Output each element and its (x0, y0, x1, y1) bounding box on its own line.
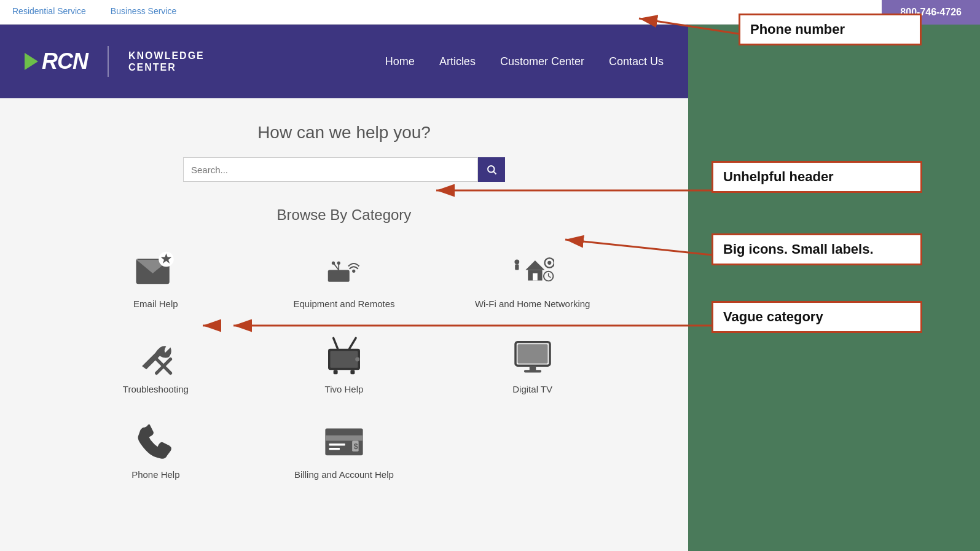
billing-account-icon: $ (319, 419, 369, 462)
category-tivo-help[interactable]: Tivo Help (256, 334, 433, 394)
business-service-link[interactable]: Business Service (98, 0, 189, 25)
svg-line-27 (334, 338, 338, 348)
category-grid: Email Help (68, 248, 621, 480)
phone-number-button[interactable]: 800-746-4726 (882, 0, 980, 25)
top-bar: Residential Service Business Service 800… (0, 0, 980, 25)
svg-point-16 (514, 259, 519, 264)
svg-rect-26 (330, 351, 358, 368)
category-billing-account[interactable]: $ Billing and Account Help (256, 419, 433, 480)
wifi-networking-label: Wi-Fi and Home Networking (475, 299, 590, 309)
category-email-help[interactable]: Email Help (68, 248, 244, 309)
page-wrapper: RCN KNOWLEDGE CENTER Home Articles Custo… (0, 25, 980, 551)
svg-line-1 (493, 171, 496, 174)
svg-rect-38 (329, 443, 345, 445)
svg-line-22 (548, 276, 551, 277)
nav-home[interactable]: Home (385, 55, 415, 68)
search-icon (486, 164, 497, 175)
main-content: RCN KNOWLEDGE CENTER Home Articles Custo… (0, 25, 688, 551)
category-phone-help[interactable]: Phone Help (68, 419, 244, 480)
logo-divider (108, 46, 109, 77)
category-equipment-remotes[interactable]: Equipment and Remotes (256, 248, 433, 309)
residential-service-link[interactable]: Residential Service (0, 0, 98, 25)
nav-articles[interactable]: Articles (439, 55, 476, 68)
svg-point-31 (355, 357, 359, 361)
main-nav: RCN KNOWLEDGE CENTER Home Articles Custo… (0, 25, 688, 98)
troubleshooting-icon (131, 334, 180, 377)
category-troubleshooting[interactable]: Troubleshooting (68, 334, 244, 394)
tivo-help-label: Tivo Help (325, 384, 364, 394)
phone-help-icon (131, 419, 180, 462)
digital-tv-label: Digital TV (512, 384, 552, 394)
svg-rect-17 (515, 264, 519, 270)
logo-subtitle: KNOWLEDGE CENTER (128, 50, 205, 73)
nav-customer-center[interactable]: Customer Center (500, 55, 584, 68)
svg-text:$: $ (354, 442, 358, 450)
phone-help-label: Phone Help (131, 469, 179, 480)
svg-marker-13 (525, 260, 544, 270)
svg-rect-29 (334, 370, 338, 374)
svg-point-0 (488, 166, 495, 173)
browse-by-category-heading: Browse By Category (12, 206, 676, 224)
right-panel (688, 25, 980, 551)
svg-rect-33 (517, 344, 547, 364)
svg-rect-30 (350, 370, 355, 374)
equipment-remotes-label: Equipment and Remotes (293, 299, 394, 309)
top-bar-nav: Residential Service Business Service (0, 0, 189, 25)
svg-rect-37 (325, 435, 363, 440)
search-input[interactable] (183, 157, 478, 182)
svg-rect-15 (533, 273, 538, 280)
digital-tv-icon (508, 334, 557, 377)
troubleshooting-label: Troubleshooting (123, 384, 189, 394)
hero-title: How can we help you? (12, 123, 676, 143)
svg-point-12 (352, 269, 355, 272)
logo-area: RCN KNOWLEDGE CENTER (25, 46, 205, 77)
svg-rect-35 (524, 370, 541, 372)
svg-rect-7 (328, 270, 350, 281)
svg-line-28 (350, 338, 356, 348)
category-wifi-networking[interactable]: Wi-Fi and Home Networking (444, 248, 621, 309)
search-bar (12, 157, 676, 182)
main-nav-links: Home Articles Customer Center Contact Us (385, 55, 664, 68)
category-digital-tv[interactable]: Digital TV (444, 334, 621, 394)
svg-rect-39 (329, 447, 340, 450)
email-help-icon (131, 248, 180, 291)
billing-account-label: Billing and Account Help (294, 469, 394, 480)
tivo-help-icon (319, 334, 369, 377)
svg-point-19 (547, 260, 551, 264)
rcn-logo[interactable]: RCN (25, 49, 88, 74)
email-help-label: Email Help (133, 299, 178, 309)
content-area: How can we help you? Browse By Category (0, 98, 688, 551)
nav-contact-us[interactable]: Contact Us (609, 55, 664, 68)
chevron-icon (25, 53, 38, 70)
wifi-networking-icon (508, 248, 557, 291)
equipment-remotes-icon (319, 248, 369, 291)
brand-name: RCN (42, 49, 88, 74)
search-button[interactable] (478, 157, 505, 182)
